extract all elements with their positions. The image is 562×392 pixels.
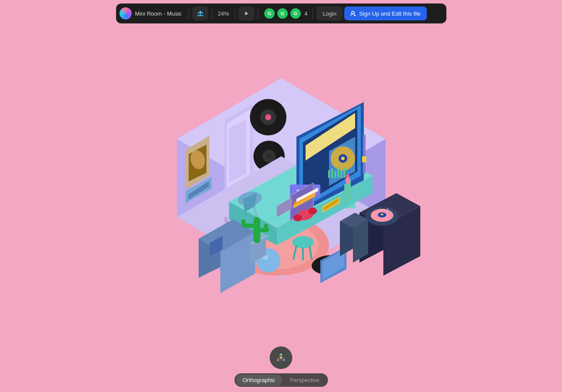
user-avatar-3[interactable]: G: [289, 7, 302, 20]
headphone-right: [308, 208, 317, 214]
wave-2: [331, 168, 333, 178]
view-toggle: Orthographic Perspective: [234, 373, 328, 387]
slider-track: [363, 135, 366, 174]
wave-1: [328, 170, 330, 178]
wave-3: [334, 171, 336, 178]
perspective-button[interactable]: Perspective: [283, 375, 326, 385]
vinyl-1-center: [265, 114, 271, 120]
room-scene: ♪ ♫: [142, 52, 420, 304]
divider-1: [189, 8, 189, 19]
scene-container: ♪ ♫: [133, 30, 429, 326]
wave-4: [337, 167, 339, 178]
user-avatars: G G G 4: [263, 7, 307, 20]
cactus-arm-right-up: [264, 224, 268, 231]
svg-point-1: [279, 353, 282, 356]
view-controls: Orthographic Perspective: [234, 346, 328, 387]
door-inner: [229, 119, 246, 182]
wave-5: [340, 170, 342, 178]
headphone-left: [293, 214, 302, 221]
cactus-body: [253, 217, 260, 243]
share-button[interactable]: [193, 7, 208, 20]
orthographic-button[interactable]: Orthographic: [236, 375, 282, 385]
wave-6: [343, 168, 345, 178]
vinyl-2-center: [267, 154, 271, 158]
user-avatar-2[interactable]: G: [276, 7, 289, 20]
user-plus-icon: [350, 10, 356, 16]
svg-point-0: [352, 11, 354, 14]
flower-bloom: [346, 175, 349, 178]
user-avatar-1[interactable]: G: [263, 7, 276, 20]
spline-svg: [274, 351, 287, 364]
login-button[interactable]: Login: [316, 7, 343, 20]
play-icon: [244, 11, 249, 16]
divider-5: [313, 8, 313, 19]
file-title: Mini Room - Music: [135, 10, 182, 17]
divider-3: [235, 8, 235, 19]
divider-2: [212, 8, 212, 19]
signup-button[interactable]: Sign Up and Edit this file: [344, 7, 427, 20]
zoom-level: 24%: [216, 10, 231, 17]
divider-4: [258, 8, 258, 19]
cactus-arm-left-up: [241, 219, 246, 227]
svg-point-4: [280, 357, 282, 359]
toolbar: Mini Room - Music 24% G G G 4 Login: [116, 3, 446, 23]
spline-logo-icon[interactable]: [269, 346, 292, 369]
slider-thumb: [362, 156, 366, 162]
screen-vinyl-center: [341, 157, 345, 160]
user-count: 4: [304, 10, 307, 17]
app-logo: [120, 7, 132, 20]
turntable-center: [381, 214, 383, 215]
share-icon: [197, 10, 203, 16]
play-button[interactable]: [239, 7, 254, 20]
